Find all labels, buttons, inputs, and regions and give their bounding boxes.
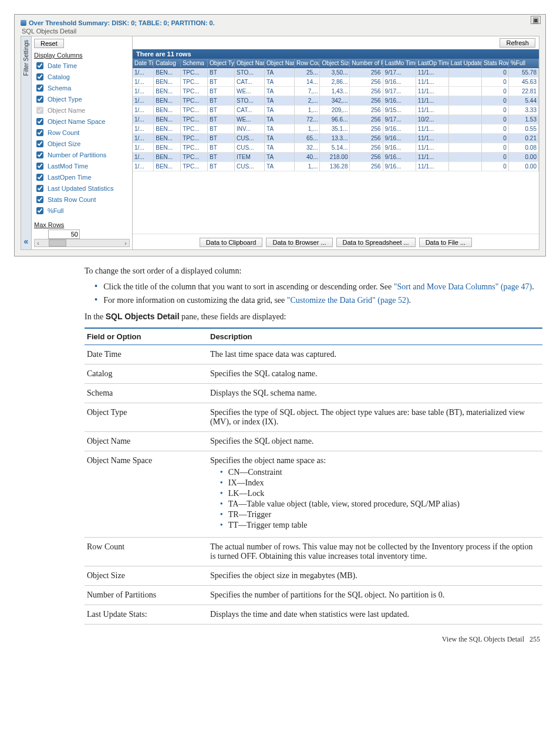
table-cell: 13.3... [320,134,350,143]
desc-row: Row CountThe actual number of rows. This… [85,537,542,566]
column-header[interactable]: Object Name [234,59,264,68]
namespace-item: TR—Trigger [220,510,540,519]
desc-row: Last Update Stats:Displays the time and … [85,605,542,624]
bullet-1-suffix: . [532,282,534,291]
table-cell: 9/16... [383,96,416,106]
table-cell: 1/... [133,96,154,106]
grid-header-row[interactable]: Date TimeCatalogSchemaObject TypeObject … [133,59,539,68]
table-cell: CUS... [234,143,264,153]
column-checkbox[interactable] [36,62,43,69]
column-header[interactable]: Object Type [208,59,235,68]
export-button[interactable]: Data to Clipboard [200,238,263,247]
refresh-button[interactable]: Refresh [500,38,535,48]
table-cell: BT [208,134,235,143]
table-cell: 9/16... [383,153,416,162]
table-cell: 32... [295,143,320,153]
column-header[interactable]: Row Count [295,59,320,68]
collapse-icon[interactable]: « [24,237,29,249]
column-header[interactable]: Stats Row Count [481,59,508,68]
table-cell: TPC... [181,87,208,96]
table-row[interactable]: 1/...BEN...TPC...BTCAT...TA1,...209,...2… [133,106,539,115]
table-cell: 256 [350,106,383,115]
export-button[interactable]: Data to Spreadsheet ... [336,238,416,247]
column-checkbox[interactable] [36,163,43,170]
table-row[interactable]: 1/...BEN...TPC...BTSTO...TA25...3,50...2… [133,68,539,77]
column-checkbox[interactable] [36,96,43,103]
grid-empty-area [133,171,539,234]
column-check-label: %Full [48,207,64,214]
table-cell: TA [265,96,295,106]
table-row[interactable]: 1/...BEN...TPC...BTCUS...TA32...5.14...2… [133,143,539,153]
desc-row: Object TypeSpecifies the type of SQL obj… [85,403,542,431]
column-checkbox[interactable] [36,207,43,214]
table-cell: TPC... [181,153,208,162]
column-checkbox[interactable] [36,73,43,80]
scroll-track[interactable] [43,239,121,247]
window-title: Over Threshold Summary: DISK: 0; TABLE: … [21,19,539,26]
table-row[interactable]: 1/...BEN...TPC...BTCUS...TA1,...136.2825… [133,162,539,171]
table-row[interactable]: 1/...BEN...TPC...BTINV...TA1,...35.1...2… [133,124,539,134]
column-check: LastMod Time [34,161,130,171]
table-cell: CAT... [234,106,264,115]
table-cell [448,87,481,96]
table-row[interactable]: 1/...BEN...TPC...BTSTO...TA2,...342,...2… [133,96,539,106]
scroll-right-icon[interactable]: › [122,240,129,247]
table-cell: 11/1... [416,87,448,96]
scroll-left-icon[interactable]: ‹ [35,240,42,247]
link-customize-grid[interactable]: "Customize the Data Grid" (page 52) [287,296,409,305]
table-cell: 218.00 [320,153,350,162]
column-check-label: LastOpen Time [48,174,92,181]
table-row[interactable]: 1/...BEN...TPC...BTWE...TA72...96.6...25… [133,115,539,124]
column-header[interactable]: LastOp Time [416,59,448,68]
column-header[interactable]: LastMo Time [383,59,416,68]
export-button[interactable]: Data to File ... [419,238,472,247]
column-header[interactable]: Catalog [154,59,181,68]
table-cell: TPC... [181,77,208,87]
table-cell: TA [265,115,295,124]
column-checkbox[interactable] [36,174,43,181]
table-cell: 11/1... [416,96,448,106]
column-checkbox[interactable] [36,118,43,125]
table-cell: 2,86... [320,77,350,87]
table-cell: 1,43... [320,87,350,96]
scroll-thumb[interactable] [49,239,66,247]
export-button[interactable]: Data to Browser ... [266,238,332,247]
table-cell: CUS... [234,134,264,143]
table-cell: CAT... [234,77,264,87]
table-row[interactable]: 1/...BEN...TPC...BTCUS...TA65...13.3...2… [133,134,539,143]
column-checkbox[interactable] [36,196,43,203]
column-header[interactable]: Object Size [320,59,350,68]
column-header[interactable]: Last Update Statistic [448,59,481,68]
table-cell: BT [208,143,235,153]
table-cell: BEN... [154,134,181,143]
table-row[interactable]: 1/...BEN...TPC...BTWE...TA7,...1,43...25… [133,87,539,96]
column-checkbox[interactable] [36,129,43,136]
sidebar-scrollbar[interactable]: ‹ › [34,239,130,247]
column-checkbox[interactable] [36,185,43,192]
column-header[interactable]: Schema [181,59,208,68]
link-sort-move[interactable]: "Sort and Move Data Columns" (page 47) [394,282,532,291]
column-check-label: Row Count [48,129,79,136]
table-cell: TA [265,143,295,153]
table-cell: 11/1... [416,106,448,115]
reset-button[interactable]: Reset [34,39,64,48]
table-cell: TA [265,68,295,77]
column-header[interactable]: %Full [508,59,538,68]
table-cell [448,77,481,87]
desc-row: CatalogSpecifies the SQL catalog name. [85,364,542,383]
field-name: Schema [85,383,208,403]
column-checkbox[interactable] [36,151,43,158]
column-header[interactable]: Object Name Space [265,59,295,68]
field-desc: Specifies the SQL object name. [208,431,542,451]
column-header[interactable]: Date Time [133,59,154,68]
filter-settings-tab[interactable]: Filter Settings [22,36,30,79]
max-rows-input[interactable] [48,229,80,239]
column-header[interactable]: Number of Partition [350,59,383,68]
table-row[interactable]: 1/...BEN...TPC...BTCAT...TA14...2,86...2… [133,77,539,87]
column-checkbox[interactable] [36,140,43,147]
table-cell: 1,... [295,106,320,115]
table-cell: 256 [350,77,383,87]
table-row[interactable]: 1/...BEN...TPC...BTITEMTA40...218.002569… [133,153,539,162]
table-cell: 256 [350,153,383,162]
column-checkbox[interactable] [36,85,43,92]
